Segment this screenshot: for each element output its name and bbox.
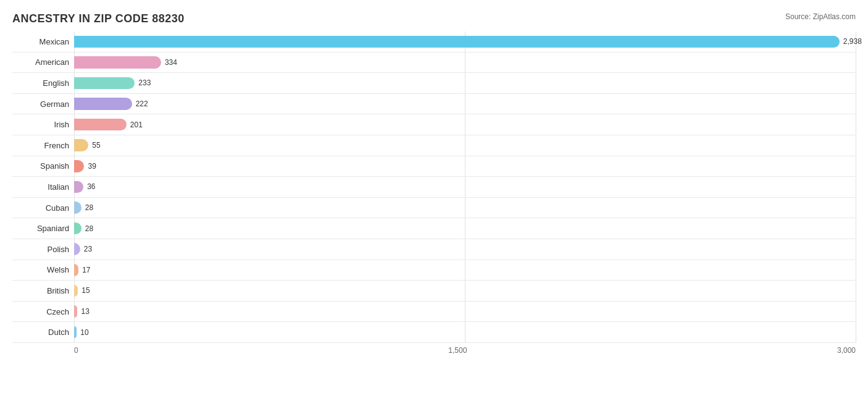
bar-row: Cuban28 (12, 198, 856, 219)
grid-line (465, 177, 465, 197)
grid-line (856, 302, 856, 322)
bar-fill: 55 (74, 139, 88, 151)
bar-label: British (12, 286, 74, 295)
grid-line (856, 281, 856, 301)
grid-line (465, 73, 465, 93)
x-axis: 01,5003,000 (74, 343, 856, 362)
bar-fill: 39 (74, 160, 84, 172)
bar-label: French (12, 141, 74, 150)
bar-label: German (12, 100, 74, 109)
bars-section: Mexican2,938American334English233German2… (12, 32, 856, 343)
grid-line (856, 322, 856, 342)
grid-line (856, 156, 856, 177)
bar-value: 334 (165, 58, 177, 67)
bar-label: Polish (12, 245, 74, 254)
bar-fill: 17 (74, 264, 78, 276)
bar-value: 36 (87, 182, 95, 191)
grid-line (465, 135, 465, 156)
bar-row: Mexican2,938 (12, 32, 856, 53)
grid-line (856, 198, 856, 218)
bar-label: Cuban (12, 203, 74, 213)
bar-value: 15 (81, 286, 90, 295)
bar-track: 222 (74, 94, 856, 114)
bar-track: 201 (74, 114, 856, 135)
bar-row: Irish201 (12, 114, 856, 135)
bar-track: 13 (74, 302, 856, 322)
bar-track: 39 (74, 156, 856, 177)
bar-row: German222 (12, 94, 856, 115)
bar-label: Spaniard (12, 224, 74, 233)
bar-value: 55 (92, 141, 100, 150)
bar-value: 233 (138, 78, 151, 87)
bar-row: British15 (12, 281, 856, 302)
bar-value: 28 (85, 224, 93, 233)
grid-line (465, 281, 465, 301)
bar-row: Italian36 (12, 177, 856, 198)
bar-track: 17 (74, 260, 856, 281)
bar-row: Dutch10 (12, 322, 856, 343)
grid-line (465, 218, 465, 239)
chart-container: ANCESTRY IN ZIP CODE 88230 Source: ZipAt… (0, 0, 868, 398)
bar-track: 28 (74, 198, 856, 218)
grid-line (856, 218, 856, 239)
bar-row: Welsh17 (12, 260, 856, 281)
bar-fill: 2,938 (74, 36, 840, 48)
grid-line (465, 94, 465, 114)
bar-track: 23 (74, 239, 856, 260)
bar-fill: 233 (74, 77, 135, 90)
chart-title: ANCESTRY IN ZIP CODE 88230 (12, 12, 856, 25)
bar-fill: 15 (74, 285, 78, 297)
bar-label: American (12, 57, 74, 67)
bar-track: 233 (74, 73, 856, 93)
bar-value: 23 (84, 245, 92, 253)
bar-fill: 10 (74, 326, 77, 339)
bar-row: French55 (12, 135, 856, 156)
grid-line (856, 53, 856, 73)
bar-value: 222 (136, 100, 148, 108)
bar-label: English (12, 78, 74, 88)
bar-row: Polish23 (12, 239, 856, 260)
bar-value: 201 (130, 121, 143, 129)
bar-row: English233 (12, 73, 856, 94)
grid-line (465, 260, 465, 281)
bar-track: 55 (74, 135, 856, 156)
bar-label: Welsh (12, 265, 74, 274)
bar-row: American334 (12, 53, 856, 74)
grid-line (465, 322, 465, 342)
grid-line (465, 302, 465, 322)
bar-value: 13 (81, 307, 89, 316)
bar-track: 15 (74, 281, 856, 301)
x-axis-tick: 3,000 (837, 346, 856, 355)
grid-line (465, 53, 465, 73)
bar-label: Irish (12, 120, 74, 129)
bar-label: Dutch (12, 328, 74, 337)
bar-label: Italian (12, 182, 74, 192)
bar-value: 10 (80, 328, 88, 337)
bar-value: 28 (85, 203, 93, 212)
grid-line (465, 114, 465, 135)
bar-fill: 13 (74, 305, 77, 318)
source-label: Source: ZipAtlas.com (785, 12, 856, 21)
bar-fill: 201 (74, 119, 127, 131)
bar-fill: 334 (74, 56, 161, 69)
bar-fill: 28 (74, 222, 81, 235)
grid-line (856, 73, 856, 93)
bar-fill: 36 (74, 181, 83, 193)
bar-fill: 23 (74, 243, 80, 255)
bar-row: Czech13 (12, 302, 856, 323)
grid-line (856, 260, 856, 281)
grid-line (465, 198, 465, 218)
grid-line (856, 135, 856, 156)
bar-track: 28 (74, 218, 856, 239)
grid-line (856, 94, 856, 114)
bar-label: Spanish (12, 161, 74, 171)
bar-value: 17 (82, 266, 90, 274)
grid-line (465, 156, 465, 177)
bar-row: Spaniard28 (12, 218, 856, 239)
bar-fill: 222 (74, 98, 132, 110)
bar-track: 10 (74, 322, 856, 342)
bar-row: Spanish39 (12, 156, 856, 177)
grid-line (856, 239, 856, 260)
grid-line (856, 114, 856, 135)
grid-line (856, 177, 856, 197)
